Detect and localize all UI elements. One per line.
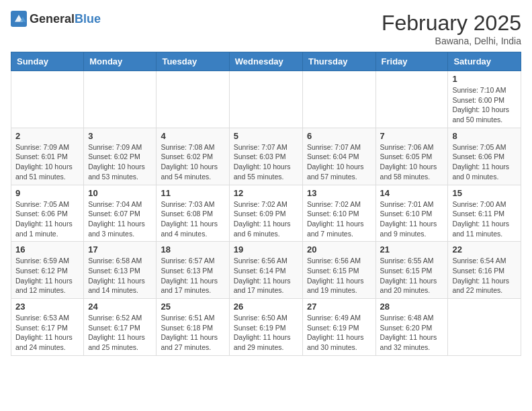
day-number: 21 [380, 244, 444, 255]
day-number: 28 [380, 302, 444, 312]
calendar-cell: 25Sunrise: 6:51 AM Sunset: 6:18 PM Dayli… [157, 299, 229, 356]
calendar-cell [229, 71, 302, 128]
calendar-cell [157, 71, 229, 128]
calendar-cell: 8Sunrise: 7:05 AM Sunset: 6:06 PM Daylig… [448, 128, 521, 185]
calendar-cell: 28Sunrise: 6:48 AM Sunset: 6:20 PM Dayli… [375, 299, 448, 356]
day-info: Sunrise: 6:54 AM Sunset: 6:16 PM Dayligh… [452, 256, 517, 295]
calendar-cell [375, 71, 448, 128]
day-number: 20 [307, 244, 371, 255]
calendar-cell: 17Sunrise: 6:58 AM Sunset: 6:13 PM Dayli… [84, 242, 157, 299]
calendar-cell: 12Sunrise: 7:02 AM Sunset: 6:09 PM Dayli… [229, 185, 302, 242]
day-info: Sunrise: 7:02 AM Sunset: 6:10 PM Dayligh… [307, 199, 371, 239]
day-number: 26 [234, 302, 298, 312]
page-header: GeneralBlue February 2025 Bawana, Delhi,… [11, 11, 521, 46]
calendar-cell [448, 299, 521, 356]
header-friday: Friday [375, 52, 448, 71]
calendar-table: Sunday Monday Tuesday Wednesday Thursday… [11, 52, 521, 356]
day-number: 10 [88, 188, 152, 198]
day-number: 14 [380, 188, 444, 198]
calendar-cell: 21Sunrise: 6:55 AM Sunset: 6:15 PM Dayli… [375, 242, 448, 299]
header-thursday: Thursday [302, 52, 375, 71]
day-info: Sunrise: 6:53 AM Sunset: 6:17 PM Dayligh… [15, 313, 79, 353]
calendar-cell [302, 71, 375, 128]
calendar-week-row: 1Sunrise: 7:10 AM Sunset: 6:00 PM Daylig… [11, 71, 521, 128]
day-info: Sunrise: 7:03 AM Sunset: 6:08 PM Dayligh… [161, 199, 224, 239]
calendar-cell [11, 71, 84, 128]
header-tuesday: Tuesday [157, 52, 229, 71]
day-number: 6 [307, 131, 371, 141]
logo-blue-text: Blue [75, 12, 101, 26]
calendar-cell: 7Sunrise: 7:06 AM Sunset: 6:05 PM Daylig… [375, 128, 448, 185]
day-number: 9 [15, 188, 79, 198]
day-info: Sunrise: 6:57 AM Sunset: 6:13 PM Dayligh… [161, 256, 224, 295]
calendar-cell: 13Sunrise: 7:02 AM Sunset: 6:10 PM Dayli… [302, 185, 375, 242]
day-info: Sunrise: 7:02 AM Sunset: 6:09 PM Dayligh… [234, 199, 298, 239]
calendar-week-row: 9Sunrise: 7:05 AM Sunset: 6:06 PM Daylig… [11, 185, 521, 242]
calendar-cell: 6Sunrise: 7:07 AM Sunset: 6:04 PM Daylig… [302, 128, 375, 185]
calendar-cell: 4Sunrise: 7:08 AM Sunset: 6:02 PM Daylig… [157, 128, 229, 185]
calendar-cell: 1Sunrise: 7:10 AM Sunset: 6:00 PM Daylig… [448, 71, 521, 128]
calendar-week-row: 16Sunrise: 6:59 AM Sunset: 6:12 PM Dayli… [11, 242, 521, 299]
calendar-cell: 27Sunrise: 6:49 AM Sunset: 6:19 PM Dayli… [302, 299, 375, 356]
calendar-cell: 9Sunrise: 7:05 AM Sunset: 6:06 PM Daylig… [11, 185, 84, 242]
calendar-cell: 22Sunrise: 6:54 AM Sunset: 6:16 PM Dayli… [448, 242, 521, 299]
logo-general-text: General [30, 12, 75, 26]
calendar-cell: 18Sunrise: 6:57 AM Sunset: 6:13 PM Dayli… [157, 242, 229, 299]
header-sunday: Sunday [11, 52, 84, 71]
day-number: 12 [234, 188, 298, 198]
day-number: 22 [452, 244, 517, 255]
calendar-cell: 16Sunrise: 6:59 AM Sunset: 6:12 PM Dayli… [11, 242, 84, 299]
weekday-header-row: Sunday Monday Tuesday Wednesday Thursday… [11, 52, 521, 71]
day-info: Sunrise: 7:10 AM Sunset: 6:00 PM Dayligh… [452, 85, 517, 125]
day-number: 4 [161, 131, 224, 141]
calendar-cell: 5Sunrise: 7:07 AM Sunset: 6:03 PM Daylig… [229, 128, 302, 185]
day-number: 18 [161, 244, 224, 255]
day-number: 5 [234, 131, 298, 141]
day-number: 17 [88, 244, 152, 255]
day-info: Sunrise: 6:48 AM Sunset: 6:20 PM Dayligh… [380, 313, 444, 353]
day-info: Sunrise: 6:50 AM Sunset: 6:19 PM Dayligh… [234, 313, 298, 353]
day-number: 1 [452, 74, 517, 84]
header-wednesday: Wednesday [229, 52, 302, 71]
logo-icon [11, 11, 27, 27]
calendar-cell [84, 71, 157, 128]
day-info: Sunrise: 7:05 AM Sunset: 6:06 PM Dayligh… [15, 199, 79, 239]
day-number: 19 [234, 244, 298, 255]
calendar-cell: 20Sunrise: 6:56 AM Sunset: 6:15 PM Dayli… [302, 242, 375, 299]
day-number: 27 [307, 302, 371, 312]
day-info: Sunrise: 6:56 AM Sunset: 6:15 PM Dayligh… [307, 256, 371, 295]
calendar-cell: 11Sunrise: 7:03 AM Sunset: 6:08 PM Dayli… [157, 185, 229, 242]
day-info: Sunrise: 6:55 AM Sunset: 6:15 PM Dayligh… [380, 256, 444, 295]
calendar-week-row: 23Sunrise: 6:53 AM Sunset: 6:17 PM Dayli… [11, 299, 521, 356]
day-info: Sunrise: 7:08 AM Sunset: 6:02 PM Dayligh… [161, 142, 224, 182]
day-number: 15 [452, 188, 517, 198]
calendar-cell: 26Sunrise: 6:50 AM Sunset: 6:19 PM Dayli… [229, 299, 302, 356]
day-info: Sunrise: 6:58 AM Sunset: 6:13 PM Dayligh… [88, 256, 152, 295]
day-info: Sunrise: 7:07 AM Sunset: 6:03 PM Dayligh… [234, 142, 298, 182]
day-info: Sunrise: 6:59 AM Sunset: 6:12 PM Dayligh… [15, 256, 79, 295]
calendar-week-row: 2Sunrise: 7:09 AM Sunset: 6:01 PM Daylig… [11, 128, 521, 185]
day-info: Sunrise: 7:05 AM Sunset: 6:06 PM Dayligh… [452, 142, 517, 182]
calendar-cell: 3Sunrise: 7:09 AM Sunset: 6:02 PM Daylig… [84, 128, 157, 185]
day-number: 23 [15, 302, 79, 312]
calendar-cell: 19Sunrise: 6:56 AM Sunset: 6:14 PM Dayli… [229, 242, 302, 299]
header-monday: Monday [84, 52, 157, 71]
day-info: Sunrise: 7:06 AM Sunset: 6:05 PM Dayligh… [380, 142, 444, 182]
day-number: 25 [161, 302, 224, 312]
day-number: 3 [88, 131, 152, 141]
day-info: Sunrise: 7:04 AM Sunset: 6:07 PM Dayligh… [88, 199, 152, 239]
day-info: Sunrise: 6:51 AM Sunset: 6:18 PM Dayligh… [161, 313, 224, 353]
day-info: Sunrise: 7:01 AM Sunset: 6:10 PM Dayligh… [380, 199, 444, 239]
day-info: Sunrise: 7:09 AM Sunset: 6:02 PM Dayligh… [88, 142, 152, 182]
day-info: Sunrise: 7:07 AM Sunset: 6:04 PM Dayligh… [307, 142, 371, 182]
day-number: 11 [161, 188, 224, 198]
day-number: 7 [380, 131, 444, 141]
day-info: Sunrise: 7:09 AM Sunset: 6:01 PM Dayligh… [15, 142, 79, 182]
day-info: Sunrise: 6:52 AM Sunset: 6:17 PM Dayligh… [88, 313, 152, 353]
calendar-cell: 15Sunrise: 7:00 AM Sunset: 6:11 PM Dayli… [448, 185, 521, 242]
day-number: 24 [88, 302, 152, 312]
header-saturday: Saturday [448, 52, 521, 71]
calendar-cell: 10Sunrise: 7:04 AM Sunset: 6:07 PM Dayli… [84, 185, 157, 242]
day-number: 13 [307, 188, 371, 198]
calendar-cell: 14Sunrise: 7:01 AM Sunset: 6:10 PM Dayli… [375, 185, 448, 242]
